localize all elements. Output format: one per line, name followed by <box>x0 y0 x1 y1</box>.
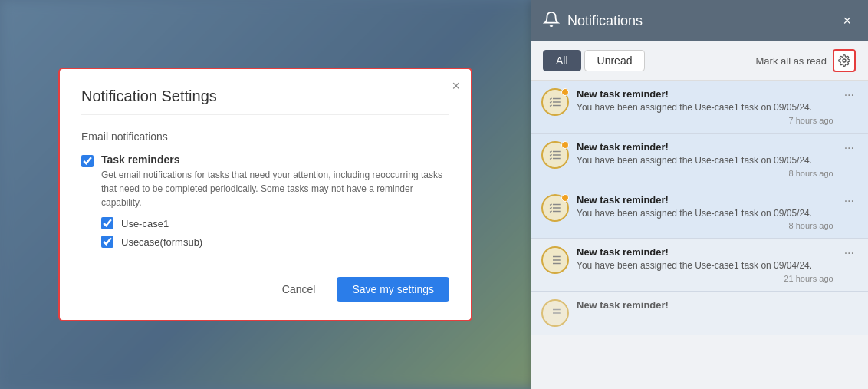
gear-icon <box>838 54 850 67</box>
notification-item: New task reminder! You have been assigne… <box>531 239 868 292</box>
notification-icon <box>541 246 569 274</box>
usecase1-label: Use-case1 <box>121 218 169 229</box>
notification-settings-modal: × Notification Settings Email notificati… <box>58 68 472 321</box>
task-reminders-description: Get email notifications for tasks that n… <box>101 168 449 209</box>
sub-options-list: Use-case1 Usecase(formsub) <box>101 217 449 248</box>
notification-panel: Notifications × All Unread Mark all as r… <box>531 0 868 389</box>
notification-more-button[interactable]: ··· <box>841 246 857 260</box>
notification-heading: New task reminder! <box>577 141 833 153</box>
notification-body: You have been assigned the Use-case1 tas… <box>577 207 833 220</box>
task-icon <box>548 95 562 109</box>
notification-content: New task reminder! You have been assigne… <box>577 246 833 283</box>
notification-item: New task reminder! You have been assigne… <box>531 186 868 239</box>
email-section-label: Email notifications <box>81 130 449 143</box>
usecase-formsub-checkbox[interactable] <box>101 236 113 248</box>
notification-heading: New task reminder! <box>577 299 857 311</box>
cancel-button[interactable]: Cancel <box>270 277 328 302</box>
header-left: Notifications <box>543 11 643 31</box>
usecase1-checkbox[interactable] <box>101 217 113 229</box>
sub-option-usecase1: Use-case1 <box>101 217 449 229</box>
notification-content: New task reminder! You have been assigne… <box>577 88 833 125</box>
save-button[interactable]: Save my settings <box>337 277 449 302</box>
task-icon <box>548 201 562 215</box>
notification-item: New task reminder! <box>531 292 868 335</box>
notification-heading: New task reminder! <box>577 246 833 258</box>
notification-icon <box>541 141 569 169</box>
notification-content: New task reminder! <box>577 299 857 312</box>
notification-body: You have been assigned the Use-case1 tas… <box>577 259 833 272</box>
task-reminders-checkbox[interactable] <box>81 155 94 167</box>
tabs-left: All Unread <box>543 50 645 71</box>
mark-all-read-button[interactable]: Mark all as read <box>756 55 827 67</box>
notification-time: 8 hours ago <box>577 221 833 230</box>
notification-tabs: All Unread Mark all as read <box>531 41 868 81</box>
notification-heading: New task reminder! <box>577 194 833 206</box>
modal-close-button[interactable]: × <box>452 78 460 94</box>
notification-more-button[interactable]: ··· <box>841 194 857 208</box>
notification-content: New task reminder! You have been assigne… <box>577 194 833 231</box>
modal-footer: Cancel Save my settings <box>81 266 449 302</box>
bell-icon <box>543 11 560 31</box>
notification-heading: New task reminder! <box>577 88 833 100</box>
notification-time: 7 hours ago <box>577 116 833 125</box>
panel-close-button[interactable]: × <box>838 12 856 31</box>
task-icon <box>548 253 562 267</box>
task-icon <box>548 306 562 320</box>
task-reminders-label: Task reminders <box>101 153 449 166</box>
svg-point-0 <box>843 59 846 62</box>
notification-body: You have been assigned the Use-case1 tas… <box>577 154 833 167</box>
notification-icon <box>541 299 569 327</box>
notification-icon <box>541 88 569 116</box>
notification-item: New task reminder! You have been assigne… <box>531 134 868 186</box>
notification-item: New task reminder! You have been assigne… <box>531 81 868 134</box>
tab-all[interactable]: All <box>543 50 581 71</box>
notification-more-button[interactable]: ··· <box>841 88 857 102</box>
notification-list: New task reminder! You have been assigne… <box>531 81 868 389</box>
panel-title: Notifications <box>567 13 643 29</box>
notification-header: Notifications × <box>531 0 868 41</box>
usecase-formsub-label: Usecase(formsub) <box>121 236 202 248</box>
notification-more-button[interactable]: ··· <box>841 141 857 155</box>
notification-settings-button[interactable] <box>833 49 856 72</box>
tabs-right: Mark all as read <box>756 49 856 72</box>
modal-title: Notification Settings <box>81 87 449 115</box>
sub-option-usecase-formsub: Usecase(formsub) <box>101 236 449 248</box>
notification-body: You have been assigned the Use-case1 tas… <box>577 101 833 114</box>
modal-overlay: × Notification Settings Email notificati… <box>0 0 531 389</box>
notification-time: 21 hours ago <box>577 274 833 283</box>
notification-content: New task reminder! You have been assigne… <box>577 141 833 178</box>
notification-time: 8 hours ago <box>577 169 833 178</box>
task-reminders-row: Task reminders Get email notifications f… <box>81 153 449 209</box>
notification-icon <box>541 194 569 222</box>
tab-unread[interactable]: Unread <box>584 50 646 71</box>
task-icon <box>548 148 562 162</box>
